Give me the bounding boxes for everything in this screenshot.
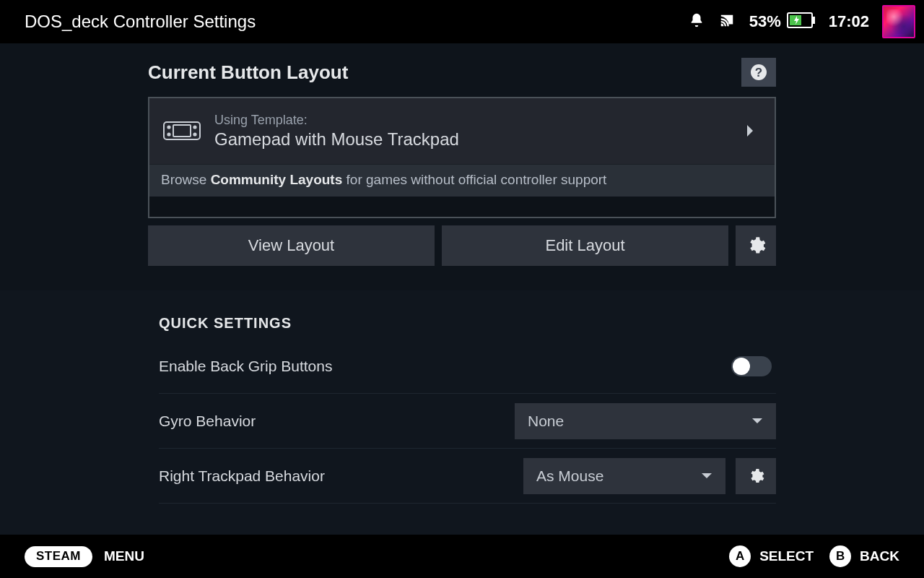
layout-settings-button[interactable] [736, 225, 776, 266]
layout-frame: Using Template: Gamepad with Mouse Track… [148, 97, 776, 218]
dropdown-value: As Mouse [536, 467, 701, 485]
trackpad-settings-button[interactable] [736, 458, 776, 494]
svg-point-8 [167, 133, 170, 135]
svg-rect-6 [173, 125, 191, 137]
notification-icon[interactable] [689, 12, 705, 32]
view-layout-label: View Layout [248, 236, 334, 255]
dropdown-gyro[interactable]: None [515, 403, 776, 439]
chevron-right-icon [743, 124, 757, 137]
clock: 17:02 [829, 12, 869, 31]
row-back-grip[interactable]: Enable Back Grip Buttons [159, 339, 776, 394]
svg-point-9 [193, 126, 196, 128]
top-bar: DOS_deck Controller Settings 53% 17:02 [0, 0, 924, 43]
steam-label: STEAM [36, 549, 81, 563]
row-label: Right Trackpad Behavior [159, 467, 523, 485]
quick-settings-title: QUICK SETTINGS [159, 315, 776, 332]
a-button-icon: A [729, 545, 751, 567]
community-bold: Community Layouts [211, 172, 343, 187]
dropdown-right-trackpad[interactable]: As Mouse [523, 458, 725, 494]
chevron-down-icon [701, 473, 712, 480]
hint-label: SELECT [759, 548, 814, 564]
svg-text:?: ? [755, 66, 762, 79]
dropdown-value: None [528, 413, 751, 430]
community-post: for games without official controller su… [342, 172, 606, 187]
chevron-down-icon [751, 418, 763, 425]
template-name: Gamepad with Mouse Trackpad [214, 129, 743, 150]
menu-label: MENU [104, 548, 144, 564]
svg-rect-1 [813, 17, 815, 24]
help-button[interactable]: ? [741, 58, 776, 87]
layout-frame-bottom [149, 197, 775, 217]
battery-status: 53% [749, 12, 816, 31]
cast-icon[interactable] [718, 12, 736, 31]
hint-label: BACK [860, 548, 899, 564]
row-gyro[interactable]: Gyro Behavior None [159, 394, 776, 449]
template-row[interactable]: Using Template: Gamepad with Mouse Track… [149, 98, 775, 164]
battery-icon [787, 12, 816, 31]
template-label: Using Template: [214, 113, 743, 128]
b-button-icon: B [829, 545, 851, 567]
row-right-trackpad[interactable]: Right Trackpad Behavior As Mouse [159, 449, 776, 504]
edit-layout-label: Edit Layout [545, 236, 624, 255]
avatar[interactable] [882, 5, 915, 38]
svg-point-7 [167, 126, 170, 128]
footer-bar: STEAM MENU A SELECT B BACK [0, 535, 924, 578]
hint-back: B BACK [829, 545, 899, 567]
status-area: 53% 17:02 [689, 5, 915, 38]
quick-settings-region: QUICK SETTINGS Enable Back Grip Buttons … [0, 290, 924, 535]
steamdeck-icon [162, 121, 201, 141]
view-layout-button[interactable]: View Layout [148, 225, 435, 266]
edit-layout-button[interactable]: Edit Layout [442, 225, 728, 266]
hint-select: A SELECT [729, 545, 814, 567]
battery-percent: 53% [749, 12, 781, 31]
steam-button[interactable]: STEAM [25, 546, 92, 567]
community-pre: Browse [161, 172, 211, 187]
row-label: Gyro Behavior [159, 413, 515, 430]
svg-point-10 [193, 133, 196, 135]
section-title: Current Button Layout [148, 61, 741, 84]
toggle-back-grip[interactable] [731, 356, 772, 376]
community-layouts-row[interactable]: Browse Community Layouts for games witho… [149, 164, 775, 197]
row-label: Enable Back Grip Buttons [159, 358, 731, 375]
page-title: DOS_deck Controller Settings [25, 12, 689, 32]
